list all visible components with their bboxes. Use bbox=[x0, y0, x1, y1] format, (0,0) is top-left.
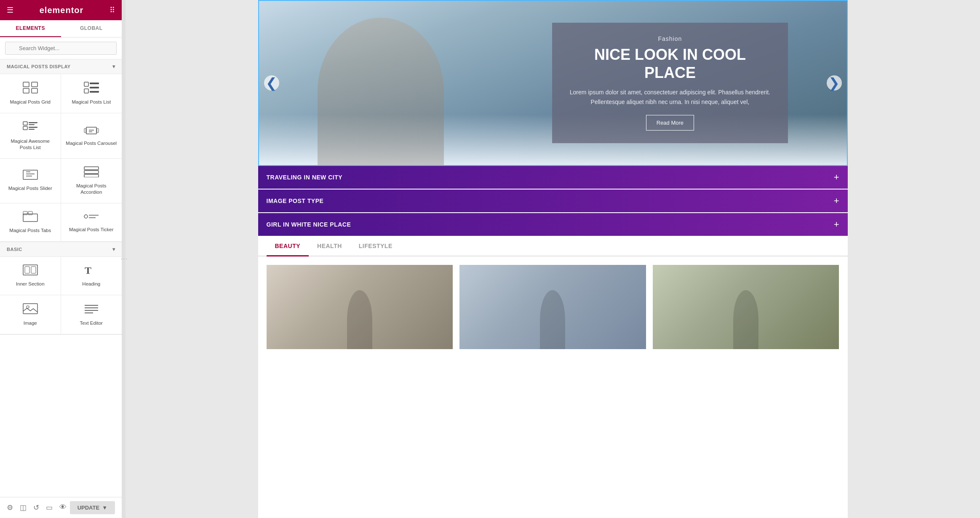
responsive-icon[interactable]: ▭ bbox=[46, 503, 53, 512]
svg-rect-8 bbox=[84, 89, 88, 93]
svg-rect-7 bbox=[84, 82, 88, 86]
arrow-left-icon: ❮ bbox=[266, 75, 277, 91]
history-icon[interactable]: ↺ bbox=[33, 503, 39, 512]
magical-posts-widgets: Magical Posts Grid Magical Posts List bbox=[0, 74, 122, 242]
widget-posts-ticker[interactable]: Magical Posts Ticker bbox=[61, 203, 122, 242]
svg-rect-9 bbox=[23, 122, 27, 125]
carousel-read-more-button[interactable]: Read More bbox=[646, 115, 694, 131]
section-basic[interactable]: BASIC ▾ bbox=[0, 242, 122, 257]
widget-posts-list[interactable]: Magical Posts List bbox=[61, 74, 122, 113]
accordion-icon-1: + bbox=[834, 196, 839, 206]
settings-icon[interactable]: ⚙ bbox=[7, 503, 13, 512]
tab-elements[interactable]: ELEMENTS bbox=[0, 20, 61, 37]
carousel-arrow-left[interactable]: ❮ bbox=[264, 75, 279, 91]
svg-rect-16 bbox=[84, 128, 86, 133]
carousel-arrow-right[interactable]: ❯ bbox=[827, 75, 842, 91]
widget-label-posts-slider: Magical Posts Slider bbox=[8, 185, 52, 192]
widget-posts-carousel[interactable]: Magical Posts Carousel bbox=[61, 113, 122, 159]
svg-rect-15 bbox=[86, 127, 96, 134]
eye-icon[interactable]: 👁 bbox=[59, 503, 67, 512]
svg-rect-5 bbox=[90, 87, 99, 88]
carousel-overlay: Fashion NICE LOOK IN COOL PLACE Lorem ip… bbox=[552, 23, 788, 143]
widget-awesome-posts-list[interactable]: Magical Awesome Posts List bbox=[0, 113, 61, 159]
svg-rect-10 bbox=[29, 122, 37, 123]
post-card-1 bbox=[267, 265, 453, 349]
post-card-image-1 bbox=[267, 265, 453, 349]
svg-rect-25 bbox=[84, 171, 99, 174]
svg-text:T: T bbox=[85, 265, 91, 275]
accordion-item-0[interactable]: TRAVELING IN NEW CITY + bbox=[258, 166, 848, 189]
svg-rect-13 bbox=[29, 127, 37, 128]
svg-rect-24 bbox=[84, 167, 99, 170]
heading-widget-icon: T bbox=[84, 264, 99, 278]
hamburger-icon[interactable]: ☰ bbox=[7, 5, 13, 15]
tabs-header: BEAUTY HEALTH LIFESTYLE bbox=[258, 237, 848, 256]
inner-section-widget-icon bbox=[23, 264, 38, 278]
post-card-2 bbox=[459, 265, 646, 349]
svg-rect-26 bbox=[84, 174, 99, 177]
section-label-basic: BASIC bbox=[7, 247, 22, 252]
widget-label-posts-grid: Magical Posts Grid bbox=[10, 99, 51, 105]
tabs-widget-icon bbox=[23, 211, 38, 224]
tabs-content bbox=[258, 256, 848, 358]
ticker-widget-icon bbox=[84, 211, 99, 223]
post-card-image-3 bbox=[653, 265, 839, 349]
text-editor-widget-icon bbox=[84, 303, 99, 317]
svg-rect-27 bbox=[23, 214, 37, 222]
section-magical-posts[interactable]: MAGICAL POSTS DISPLAY ▾ bbox=[0, 59, 122, 74]
svg-rect-12 bbox=[23, 126, 27, 130]
svg-rect-37 bbox=[23, 304, 37, 314]
slider-widget-icon bbox=[23, 170, 38, 182]
accordion-icon-0: + bbox=[834, 173, 839, 182]
update-button[interactable]: UPDATE ▼ bbox=[70, 501, 115, 514]
svg-point-30 bbox=[84, 215, 88, 218]
main-canvas: Fashion NICE LOOK IN COOL PLACE Lorem ip… bbox=[126, 0, 980, 518]
svg-rect-14 bbox=[29, 129, 35, 130]
tab-lifestyle[interactable]: LIFESTYLE bbox=[350, 237, 401, 256]
widget-heading[interactable]: T Heading bbox=[61, 257, 122, 295]
accordion-title-1: IMAGE POST TYPE bbox=[267, 198, 324, 204]
widget-label-posts-tabs: Magical Posts Tabs bbox=[9, 227, 51, 234]
widget-label-posts-ticker: Magical Posts Ticker bbox=[69, 227, 113, 233]
panel-content: MAGICAL POSTS DISPLAY ▾ Magical Posts Gr… bbox=[0, 59, 122, 497]
left-panel: ☰ elementor ⠿ ELEMENTS GLOBAL 🔍 MAGICAL … bbox=[0, 0, 122, 518]
svg-rect-1 bbox=[32, 82, 37, 87]
widget-posts-slider[interactable]: Magical Posts Slider bbox=[0, 159, 61, 203]
panel-tabs: ELEMENTS GLOBAL bbox=[0, 20, 122, 37]
layers-icon[interactable]: ◫ bbox=[20, 503, 27, 512]
list-widget-icon bbox=[84, 82, 99, 96]
svg-rect-34 bbox=[25, 267, 29, 273]
basic-widgets: Inner Section T Heading bbox=[0, 257, 122, 335]
tabs-section: BEAUTY HEALTH LIFESTYLE bbox=[258, 237, 848, 358]
tab-beauty[interactable]: BEAUTY bbox=[267, 237, 309, 256]
search-input[interactable] bbox=[5, 42, 117, 55]
accordion-title-2: GIRL IN WHITE NICE PLACE bbox=[267, 221, 351, 228]
grid-widget-icon bbox=[23, 82, 38, 96]
collapse-icon-basic: ▾ bbox=[112, 246, 115, 252]
accordion-section: TRAVELING IN NEW CITY + IMAGE POST TYPE … bbox=[258, 166, 848, 236]
accordion-item-2[interactable]: GIRL IN WHITE NICE PLACE + bbox=[258, 213, 848, 236]
resize-handle[interactable]: ⋮ bbox=[122, 0, 126, 518]
svg-rect-6 bbox=[90, 91, 99, 93]
tab-health[interactable]: HEALTH bbox=[309, 237, 350, 256]
accordion-title-0: TRAVELING IN NEW CITY bbox=[267, 174, 343, 181]
accordion-item-1[interactable]: IMAGE POST TYPE + bbox=[258, 190, 848, 212]
carousel-widget-icon bbox=[84, 125, 99, 137]
widget-label-text-editor: Text Editor bbox=[80, 320, 103, 326]
update-label: UPDATE bbox=[77, 505, 99, 511]
widget-image[interactable]: Image bbox=[0, 295, 61, 334]
widget-posts-grid[interactable]: Magical Posts Grid bbox=[0, 74, 61, 113]
svg-rect-3 bbox=[32, 88, 37, 93]
update-arrow: ▼ bbox=[102, 505, 107, 511]
svg-rect-11 bbox=[29, 124, 35, 125]
widget-posts-accordion[interactable]: Magical Posts Accordion bbox=[61, 159, 122, 203]
resize-dots: ⋮ bbox=[120, 256, 128, 262]
widget-label-posts-carousel: Magical Posts Carousel bbox=[66, 140, 117, 147]
tab-global[interactable]: GLOBAL bbox=[61, 20, 122, 37]
arrow-right-icon: ❯ bbox=[828, 75, 840, 91]
image-widget-icon bbox=[23, 303, 38, 317]
widget-inner-section[interactable]: Inner Section bbox=[0, 257, 61, 295]
widget-text-editor[interactable]: Text Editor bbox=[61, 295, 122, 334]
widget-posts-tabs[interactable]: Magical Posts Tabs bbox=[0, 203, 61, 242]
grid-icon[interactable]: ⠿ bbox=[109, 5, 115, 15]
